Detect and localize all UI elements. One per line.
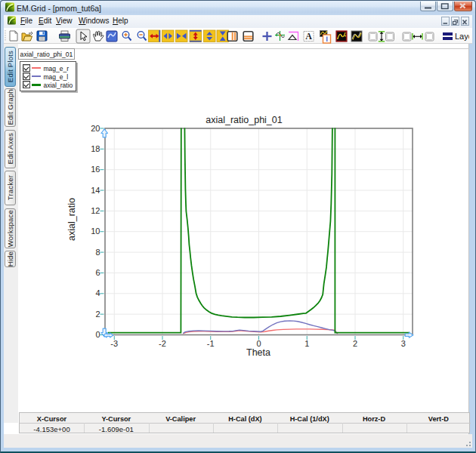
svg-text:Theta: Theta <box>246 347 270 358</box>
svg-text:-3: -3 <box>110 339 118 348</box>
svg-text:axial_ratio_phi_01: axial_ratio_phi_01 <box>206 115 283 125</box>
svg-text:-2: -2 <box>159 339 166 348</box>
svg-text:16: 16 <box>91 165 100 174</box>
svg-text:2: 2 <box>353 339 357 348</box>
svg-text:3: 3 <box>401 339 406 348</box>
svg-text:8: 8 <box>95 248 100 257</box>
svg-text:10: 10 <box>91 226 100 236</box>
svg-text:0: 0 <box>95 330 100 339</box>
svg-text:14: 14 <box>91 186 100 195</box>
svg-text:18: 18 <box>91 144 100 153</box>
svg-text:20: 20 <box>91 124 100 133</box>
svg-text:1: 1 <box>304 339 309 348</box>
svg-text:2: 2 <box>95 310 100 319</box>
svg-text:4: 4 <box>95 288 100 297</box>
svg-text:12: 12 <box>91 206 100 215</box>
svg-text:6: 6 <box>95 268 100 277</box>
svg-text:axial_ratio: axial_ratio <box>66 198 77 241</box>
svg-text:-1: -1 <box>207 339 215 348</box>
